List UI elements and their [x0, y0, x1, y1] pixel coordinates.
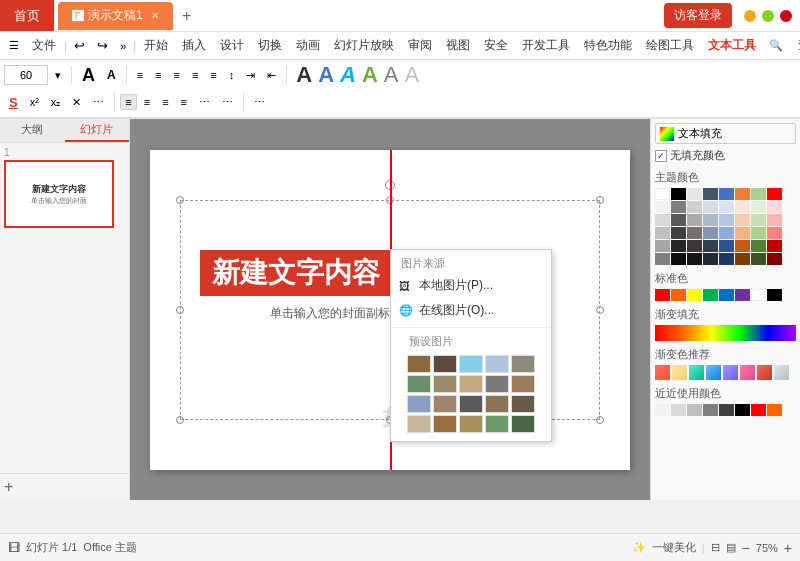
color-t6[interactable] — [735, 201, 750, 213]
preset-3[interactable] — [459, 355, 483, 373]
color-w4[interactable] — [703, 240, 718, 252]
color-w3[interactable] — [687, 240, 702, 252]
close-button[interactable] — [780, 10, 792, 22]
menu-text-tool[interactable]: 文本工具 — [702, 35, 762, 56]
color-x4[interactable] — [703, 253, 718, 265]
color-v7[interactable] — [751, 227, 766, 239]
preset-11[interactable] — [407, 395, 431, 413]
color-1[interactable] — [687, 188, 702, 200]
menu-design[interactable]: 设计 — [214, 35, 250, 56]
zoom-out-button[interactable]: − — [742, 540, 750, 556]
align-right-button[interactable]: ≡ — [205, 67, 221, 83]
std-white[interactable] — [751, 289, 766, 301]
grad-5[interactable] — [723, 365, 738, 380]
preset-14[interactable] — [485, 395, 509, 413]
color-v5[interactable] — [719, 227, 734, 239]
color-black[interactable] — [671, 188, 686, 200]
preset-18[interactable] — [459, 415, 483, 433]
justify-button[interactable]: ≡ — [157, 94, 173, 110]
outdent-button[interactable]: ⇤ — [262, 67, 281, 84]
recent-5[interactable] — [719, 404, 734, 416]
std-orange[interactable] — [671, 289, 686, 301]
recent-7[interactable] — [751, 404, 766, 416]
color-t3[interactable] — [687, 201, 702, 213]
color-white[interactable] — [655, 188, 670, 200]
menu-search-label[interactable]: 查找 — [792, 35, 800, 56]
color-6[interactable] — [767, 188, 782, 200]
extra-button[interactable]: ⋯ — [249, 94, 270, 111]
menu-slideshow[interactable]: 幻灯片放映 — [328, 35, 400, 56]
grad-6[interactable] — [740, 365, 755, 380]
color-u3[interactable] — [687, 214, 702, 226]
preset-2[interactable] — [433, 355, 457, 373]
color-x3[interactable] — [687, 253, 702, 265]
add-slide-button[interactable]: + — [0, 473, 129, 500]
close-tab-icon[interactable]: ✕ — [151, 10, 159, 21]
preset-19[interactable] — [485, 415, 509, 433]
recent-3[interactable] — [687, 404, 702, 416]
preset-10[interactable] — [511, 375, 535, 393]
grad-8[interactable] — [774, 365, 789, 380]
right-button[interactable]: ≡ — [176, 94, 192, 110]
align-left-button[interactable]: ≡ — [169, 67, 185, 83]
grad-7[interactable] — [757, 365, 772, 380]
color-t8[interactable] — [767, 201, 782, 213]
maximize-button[interactable] — [762, 10, 774, 22]
more-format-button[interactable]: ⋯ — [88, 94, 109, 111]
std-black[interactable] — [767, 289, 782, 301]
gradient-preview[interactable] — [655, 325, 796, 341]
color-u7[interactable] — [751, 214, 766, 226]
recent-6[interactable] — [735, 404, 750, 416]
color-t7[interactable] — [751, 201, 766, 213]
preset-16[interactable] — [407, 415, 431, 433]
menu-security[interactable]: 安全 — [478, 35, 514, 56]
slide-sub-text[interactable]: 单击输入您的封面副标题 — [270, 305, 402, 322]
preset-17[interactable] — [433, 415, 457, 433]
recent-1[interactable] — [655, 404, 670, 416]
preset-15[interactable] — [511, 395, 535, 413]
color-3[interactable] — [719, 188, 734, 200]
preset-8[interactable] — [459, 375, 483, 393]
color-4[interactable] — [735, 188, 750, 200]
color-u1[interactable] — [655, 214, 670, 226]
color-u2[interactable] — [671, 214, 686, 226]
preset-20[interactable] — [511, 415, 535, 433]
text-style-5[interactable]: A — [384, 62, 399, 88]
text-style-1[interactable]: A — [296, 62, 312, 88]
menu-devtools[interactable]: 开发工具 — [516, 35, 576, 56]
preset-1[interactable] — [407, 355, 431, 373]
color-v2[interactable] — [671, 227, 686, 239]
slide-main-text[interactable]: 新建文字内容 — [200, 250, 392, 296]
format-x2-button[interactable]: x² — [25, 94, 44, 110]
zoom-in-button[interactable]: + — [784, 540, 792, 556]
ctx-local-item[interactable]: 🖼 本地图片(P)... — [391, 273, 551, 298]
grad-2[interactable] — [672, 365, 687, 380]
preset-13[interactable] — [459, 395, 483, 413]
file-tab[interactable]: 🅿 演示文稿1 ✕ — [58, 2, 173, 30]
view-icon-2[interactable]: ▤ — [726, 541, 736, 554]
new-tab-button[interactable]: + — [173, 2, 201, 30]
font-size-dropdown[interactable]: ▾ — [50, 67, 66, 84]
center-button[interactable]: ≡ — [139, 94, 155, 110]
color-t2[interactable] — [671, 201, 686, 213]
indent-button[interactable]: ⇥ — [241, 67, 260, 84]
color-x2[interactable] — [671, 253, 686, 265]
no-fill-checkbox[interactable]: ✓ — [655, 150, 667, 162]
std-red[interactable] — [655, 289, 670, 301]
color-w7[interactable] — [751, 240, 766, 252]
menu-start[interactable]: 开始 — [138, 35, 174, 56]
color-v4[interactable] — [703, 227, 718, 239]
recent-4[interactable] — [703, 404, 718, 416]
color-v8[interactable] — [767, 227, 782, 239]
menu-switch[interactable]: 切换 — [252, 35, 288, 56]
tab-outline[interactable]: 大纲 — [0, 119, 65, 142]
color-w2[interactable] — [671, 240, 686, 252]
grad-3[interactable] — [689, 365, 704, 380]
text-style-2[interactable]: A — [318, 62, 334, 88]
color-v1[interactable] — [655, 227, 670, 239]
bold-button[interactable]: ≡ — [120, 94, 136, 110]
more2-button[interactable]: ⋯ — [217, 94, 238, 111]
color-v6[interactable] — [735, 227, 750, 239]
menu-insert[interactable]: 插入 — [176, 35, 212, 56]
color-u6[interactable] — [735, 214, 750, 226]
